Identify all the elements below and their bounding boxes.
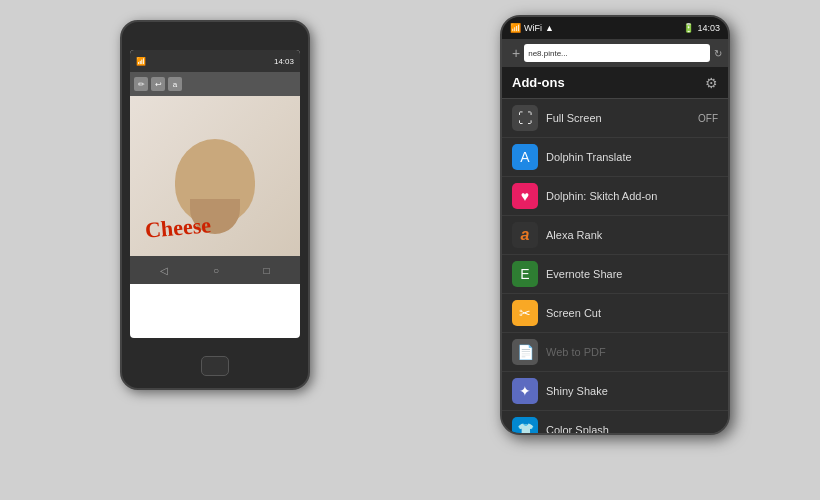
url-bar[interactable]: ne8.pinte... — [524, 44, 710, 62]
addon-item-evernote[interactable]: E Evernote Share — [502, 255, 728, 294]
battery-icon: 🔋 — [683, 23, 694, 33]
phone-left-toolbar: ✏ ↩ a — [130, 72, 300, 96]
phone-left-screen: 📶 14:03 ✏ ↩ a Cheese ◁ ○ □ — [130, 50, 300, 338]
shiny-icon: ✦ — [512, 378, 538, 404]
phone-right: 📶 WiFi ▲ 🔋 14:03 + ne8.pinte... ↻ Add-on… — [500, 15, 730, 435]
status-icons-left: 📶 — [136, 57, 146, 66]
addon-item-colorsplash[interactable]: 👕 Color Splash — [502, 411, 728, 435]
browser-bar: + ne8.pinte... ↻ — [502, 39, 728, 67]
addon-item-translate[interactable]: A Dolphin Translate — [502, 138, 728, 177]
home-button-left[interactable] — [201, 356, 229, 376]
fullscreen-icon: ⛶ — [512, 105, 538, 131]
status-bar-right-icons: 🔋 14:03 — [683, 23, 720, 33]
dog-image-area: Cheese — [130, 96, 300, 256]
skitch-label: Dolphin: Skitch Add-on — [546, 190, 718, 202]
fullscreen-badge: OFF — [698, 113, 718, 124]
status-bar-right: 📶 WiFi ▲ 🔋 14:03 — [502, 17, 728, 39]
alexa-icon: a — [512, 222, 538, 248]
screencut-icon: ✂ — [512, 300, 538, 326]
addons-panel: ⛶ Full Screen OFF A Dolphin Translate ♥ … — [502, 99, 728, 435]
addon-item-fullscreen[interactable]: ⛶ Full Screen OFF — [502, 99, 728, 138]
signal-icon: ▲ — [545, 23, 554, 33]
toolbar-icon-undo[interactable]: ↩ — [151, 77, 165, 91]
status-bar-left-icons: 📶 WiFi ▲ — [510, 23, 554, 33]
toolbar-icon-text[interactable]: a — [168, 77, 182, 91]
dog-face — [175, 139, 255, 224]
alexa-label: Alexa Rank — [546, 229, 718, 241]
nav-back-left[interactable]: ◁ — [160, 265, 168, 276]
phone-left: 📶 14:03 ✏ ↩ a Cheese ◁ ○ □ — [120, 20, 310, 390]
colorsplash-label: Color Splash — [546, 424, 718, 435]
addons-header: Add-ons ⚙ — [502, 67, 728, 99]
phone-left-bottom-bar: ◁ ○ □ — [130, 256, 300, 284]
nav-home-left[interactable]: ○ — [213, 265, 219, 276]
addon-item-shiny[interactable]: ✦ Shiny Shake — [502, 372, 728, 411]
addon-item-skitch[interactable]: ♥ Dolphin: Skitch Add-on — [502, 177, 728, 216]
addon-item-webtopdf[interactable]: 📄 Web to PDF — [502, 333, 728, 372]
scene: 📶 14:03 ✏ ↩ a Cheese ◁ ○ □ 📶 — [0, 0, 820, 500]
nav-recent-left[interactable]: □ — [264, 265, 270, 276]
webtopdf-label: Web to PDF — [546, 346, 718, 358]
addon-item-screencut[interactable]: ✂ Screen Cut — [502, 294, 728, 333]
reload-icon[interactable]: ↻ — [714, 48, 722, 59]
toolbar-icon-pencil[interactable]: ✏ — [134, 77, 148, 91]
wifi-icon: WiFi — [524, 23, 542, 33]
shiny-label: Shiny Shake — [546, 385, 718, 397]
fullscreen-label: Full Screen — [546, 112, 690, 124]
evernote-icon: E — [512, 261, 538, 287]
addon-item-alexa[interactable]: a Alexa Rank — [502, 216, 728, 255]
evernote-label: Evernote Share — [546, 268, 718, 280]
network-icon: 📶 — [510, 23, 521, 33]
settings-icon[interactable]: ⚙ — [705, 75, 718, 91]
screencut-label: Screen Cut — [546, 307, 718, 319]
new-tab-button[interactable]: + — [512, 45, 520, 61]
translate-label: Dolphin Translate — [546, 151, 718, 163]
cheese-text: Cheese — [144, 212, 212, 244]
url-text: ne8.pinte... — [528, 49, 568, 58]
colorsplash-icon: 👕 — [512, 417, 538, 435]
addons-title: Add-ons — [512, 75, 565, 90]
translate-icon: A — [512, 144, 538, 170]
status-time-left: 14:03 — [274, 57, 294, 66]
phone-left-status-bar: 📶 14:03 — [130, 50, 300, 72]
webtopdf-icon: 📄 — [512, 339, 538, 365]
clock: 14:03 — [697, 23, 720, 33]
skitch-icon: ♥ — [512, 183, 538, 209]
